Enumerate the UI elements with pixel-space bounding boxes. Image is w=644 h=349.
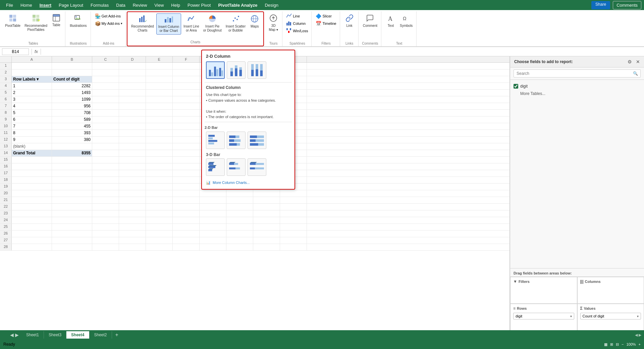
cell[interactable] <box>92 130 119 136</box>
cell[interactable] <box>173 63 200 69</box>
cell[interactable] <box>52 143 92 150</box>
menu-data[interactable]: Data <box>113 1 128 9</box>
field-list-close-icon[interactable]: ✕ <box>636 59 640 64</box>
share-button[interactable]: Share <box>591 1 610 9</box>
cell-digit[interactable]: 6 <box>12 116 52 123</box>
pivot-header-row-labels[interactable]: Row Labels ▾ <box>12 76 52 83</box>
cell[interactable] <box>119 116 146 123</box>
cell-count[interactable]: 589 <box>52 116 92 123</box>
cell-count[interactable]: 380 <box>52 137 92 143</box>
cell-digit[interactable]: 2 <box>12 90 52 96</box>
field-search-input[interactable] <box>514 69 641 78</box>
cell[interactable] <box>146 137 173 143</box>
sheet-tab-sheet3[interactable]: Sheet3 <box>44 331 66 339</box>
cell[interactable] <box>146 96 173 103</box>
cell[interactable] <box>173 76 200 83</box>
cell-mode-page-break-icon[interactable]: ⊟ <box>616 342 619 347</box>
cell[interactable] <box>146 63 173 69</box>
cell-blank[interactable]: (blank) <box>12 143 52 150</box>
cell[interactable] <box>173 137 200 143</box>
cell[interactable] <box>92 137 119 143</box>
zoom-out-icon[interactable]: − <box>622 342 624 346</box>
comment-button[interactable]: Comment <box>361 13 379 29</box>
column-chart-button[interactable]: Insert Columnor Bar Chart <box>156 13 181 35</box>
cell[interactable] <box>146 150 173 156</box>
menu-page-layout[interactable]: Page Layout <box>55 1 87 9</box>
col-header-a[interactable]: A <box>12 56 52 62</box>
sheet-tab-sheet1[interactable]: Sheet1 <box>21 331 44 339</box>
line-chart-button[interactable]: Insert Lineor Area <box>182 13 201 34</box>
cell[interactable] <box>119 69 146 76</box>
cell[interactable] <box>119 83 146 89</box>
cell[interactable] <box>173 83 200 89</box>
cell[interactable] <box>92 83 119 89</box>
recommended-charts-button[interactable]: ✓ RecommendedCharts <box>129 13 156 34</box>
table-button[interactable]: Table <box>50 13 63 29</box>
stacked-bar-button[interactable] <box>227 132 246 149</box>
cell-mode-page-icon[interactable]: ⊞ <box>610 342 613 347</box>
map-chart-button[interactable]: Maps <box>248 13 261 30</box>
cell-grand-total-value[interactable]: 8355 <box>52 150 92 156</box>
tours-button[interactable]: 3DMap ▾ <box>267 13 280 33</box>
text-button[interactable]: A Text <box>384 13 397 29</box>
cell[interactable] <box>119 123 146 130</box>
cell[interactable] <box>146 103 173 109</box>
sparkline-winloss-button[interactable]: Win/Loss <box>285 28 309 34</box>
cell[interactable] <box>146 130 173 136</box>
field-list-settings-icon[interactable]: ⚙ <box>628 59 632 64</box>
cell[interactable] <box>146 110 173 116</box>
cell[interactable] <box>119 137 146 143</box>
cell[interactable] <box>173 123 200 130</box>
cell[interactable] <box>12 69 52 76</box>
cell[interactable] <box>119 110 146 116</box>
cell[interactable] <box>146 90 173 96</box>
slicer-button[interactable]: 🔷 Slicer <box>314 13 337 19</box>
cell[interactable] <box>173 69 200 76</box>
menu-power-pivot[interactable]: Power Pivot <box>184 1 214 9</box>
scroll-sheets-right-icon[interactable]: ▶ <box>15 332 19 338</box>
cell-count[interactable]: 393 <box>52 130 92 136</box>
cell[interactable] <box>92 69 119 76</box>
3d-clustered-bar-button[interactable] <box>206 158 225 176</box>
cell[interactable] <box>92 63 119 69</box>
cell[interactable] <box>92 90 119 96</box>
more-tables-link[interactable]: More Tables... <box>514 90 641 97</box>
menu-help[interactable]: Help <box>168 1 183 9</box>
cell[interactable] <box>119 63 146 69</box>
3d-stacked-bar-button[interactable] <box>227 158 246 176</box>
cell[interactable] <box>92 123 119 130</box>
cell-digit[interactable]: 1 <box>12 83 52 89</box>
cell[interactable] <box>173 130 200 136</box>
menu-view[interactable]: View <box>151 1 167 9</box>
cell[interactable] <box>173 150 200 156</box>
menu-review[interactable]: Review <box>129 1 151 9</box>
pivot-header-count[interactable]: Count of digit <box>52 76 92 83</box>
formula-input[interactable] <box>44 49 642 55</box>
scatter-chart-button[interactable]: Insert Scatteror Bubble <box>224 13 247 34</box>
3d-100pct-stacked-bar-button[interactable] <box>248 158 266 176</box>
cell[interactable] <box>92 103 119 109</box>
col-header-b[interactable]: B <box>52 56 92 62</box>
cell[interactable] <box>173 110 200 116</box>
zoom-in-icon[interactable]: + <box>639 342 641 346</box>
illustrations-button[interactable]: Illustrations <box>68 13 89 29</box>
cell[interactable] <box>146 76 173 83</box>
cell-count[interactable]: 956 <box>52 103 92 109</box>
menu-pivot-analyze[interactable]: PivotTable Analyze <box>215 1 261 9</box>
menu-insert[interactable]: Insert <box>36 1 55 9</box>
cell-digit[interactable]: 3 <box>12 96 52 103</box>
cell[interactable] <box>92 76 119 83</box>
timeline-button[interactable]: 📅 Timeline <box>314 20 337 27</box>
cell-digit[interactable]: 5 <box>12 110 52 116</box>
cell[interactable] <box>119 130 146 136</box>
my-addins-button[interactable]: 📦 My Add-ins ▾ <box>94 20 124 27</box>
menu-formulas[interactable]: Formulas <box>87 1 112 9</box>
cell[interactable] <box>12 63 52 69</box>
rows-field-tag-digit[interactable]: digit ▾ <box>513 313 574 319</box>
sheet-tab-sheet4[interactable]: Sheet4 <box>66 331 89 339</box>
cell-digit[interactable]: 7 <box>12 123 52 130</box>
recommended-pivot-tables-button[interactable]: ✓ RecommendedPivotTables <box>23 13 49 33</box>
symbols-button[interactable]: Ω Symbols <box>398 13 414 29</box>
cell[interactable] <box>173 116 200 123</box>
cell-mode-normal-icon[interactable]: ▦ <box>604 342 607 347</box>
